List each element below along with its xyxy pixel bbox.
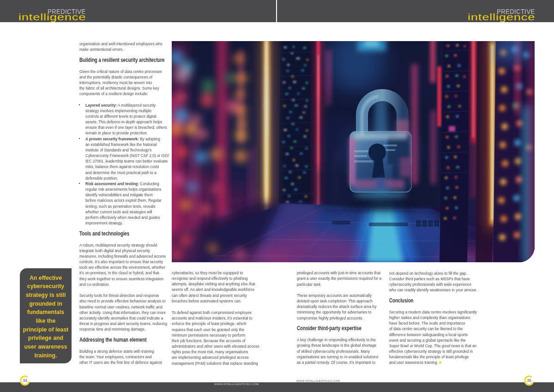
svg-text:34: 34 <box>23 378 27 383</box>
svg-text:35: 35 <box>527 378 531 383</box>
